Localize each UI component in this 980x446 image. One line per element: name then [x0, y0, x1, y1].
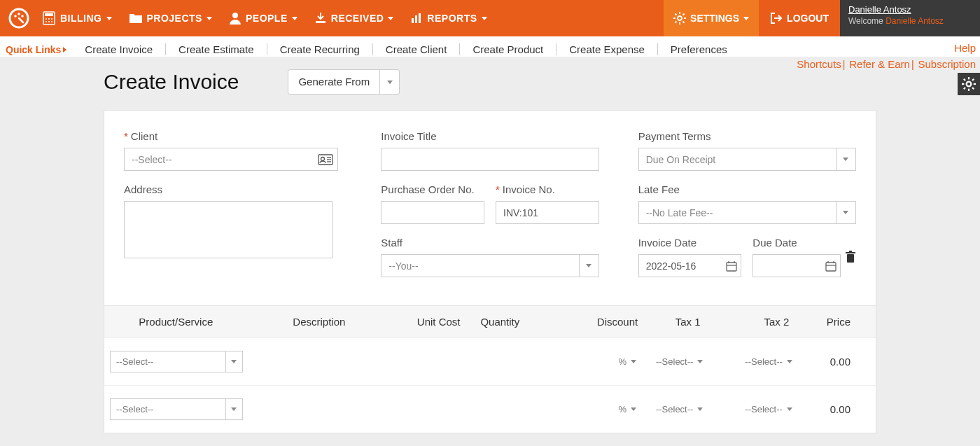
svg-rect-43 — [826, 263, 836, 271]
svg-rect-5 — [45, 13, 53, 16]
ql-create-invoice[interactable]: Create Invoice — [72, 43, 166, 55]
payment-terms-select[interactable]: Due On Receipt — [638, 148, 856, 171]
field-payment-terms: Payment Terms Due On Receipt — [638, 130, 856, 171]
ql-create-estimate[interactable]: Create Estimate — [166, 43, 267, 55]
help-row2: Shortcuts| Refer & Earn| Subscription — [797, 58, 976, 70]
logo-icon[interactable] — [7, 6, 31, 30]
placeholder-text: --Select-- — [656, 356, 693, 367]
ql-create-product[interactable]: Create Product — [460, 43, 556, 55]
generate-from-dropdown[interactable]: Generate From — [288, 69, 400, 95]
folder-icon — [129, 12, 143, 25]
tax2-select[interactable]: --Select-- — [741, 404, 818, 414]
nav-people[interactable]: PEOPLE — [220, 0, 306, 36]
quick-links-bar: Quick Links Create Invoice Create Estima… — [0, 36, 980, 57]
download-icon — [314, 12, 327, 25]
discount-unit-select[interactable]: % — [614, 404, 640, 414]
person-icon — [229, 12, 241, 25]
nav-reports[interactable]: REPORTS — [402, 0, 495, 36]
selected-text: --You-- — [388, 260, 418, 272]
chevron-down-icon — [482, 17, 487, 20]
side-gear-tab[interactable] — [958, 73, 980, 95]
separator: | — [911, 59, 914, 70]
label-text: Invoice No. — [503, 183, 555, 195]
subscription-link[interactable]: Subscription — [918, 58, 976, 70]
quick-links-label[interactable]: Quick Links — [6, 44, 66, 55]
chevron-down-icon — [631, 360, 636, 363]
payment-terms-label: Payment Terms — [638, 130, 856, 142]
product-select[interactable]: --Select-- — [110, 398, 243, 420]
unit-text: % — [618, 404, 626, 414]
chevron-down-icon — [225, 351, 242, 372]
selected-text: --No Late Fee-- — [646, 207, 713, 218]
invoice-title-label: Invoice Title — [381, 130, 598, 142]
chevron-down-icon — [697, 407, 703, 411]
nav-received[interactable]: RECEIVED — [306, 0, 402, 36]
calendar-icon[interactable] — [726, 260, 737, 272]
svg-point-25 — [967, 82, 972, 87]
tax1-select[interactable]: --Select-- — [652, 356, 729, 367]
h-tax2: Tax 2 — [732, 316, 821, 328]
placeholder-text: --Select-- — [116, 404, 153, 414]
svg-point-35 — [321, 157, 325, 160]
ql-create-recurring[interactable]: Create Recurring — [267, 43, 373, 55]
nav-logout[interactable]: LOGOUT — [759, 0, 840, 36]
help-links: Help Shortcuts| Refer & Earn| Subscripti… — [797, 42, 976, 70]
placeholder-text: --Select-- — [656, 404, 693, 414]
col-terms: Payment Terms Due On Receipt Late Fee --… — [638, 130, 856, 290]
price-value: 0.00 — [830, 403, 850, 415]
h-quantity: Quantity — [466, 316, 535, 328]
field-staff: Staff --You-- — [381, 237, 598, 277]
tax2-select[interactable]: --Select-- — [741, 356, 818, 367]
invoice-title-input[interactable] — [381, 148, 598, 171]
user-name-link[interactable]: Danielle Antosz — [848, 4, 967, 15]
late-fee-select[interactable]: --No Late Fee-- — [638, 201, 856, 224]
ql-create-client[interactable]: Create Client — [373, 43, 461, 55]
placeholder-text: --Select-- — [745, 404, 782, 414]
calendar-icon[interactable] — [825, 260, 836, 272]
welcome-name: Danielle Antosz — [886, 16, 944, 26]
svg-point-1 — [14, 15, 17, 18]
chevron-down-icon — [225, 399, 242, 419]
nav-settings[interactable]: SETTINGS — [664, 0, 759, 36]
field-due-date-wrap: Due Date — [752, 237, 856, 277]
gear-icon — [962, 77, 976, 91]
ql-create-expense[interactable]: Create Expense — [556, 43, 658, 55]
items-header: Product/Service Description Unit Cost Qu… — [104, 305, 876, 337]
tax1-select[interactable]: --Select-- — [652, 404, 729, 414]
due-date-label: Due Date — [752, 237, 841, 249]
svg-line-31 — [972, 88, 974, 89]
nav-right: SETTINGS LOGOUT Danielle Antosz Welcome … — [664, 0, 980, 36]
help-link[interactable]: Help — [954, 42, 976, 54]
row-dates: Invoice Date Due Date — [638, 237, 856, 277]
nav-billing[interactable]: BILLING — [34, 0, 120, 36]
chevron-down-icon — [787, 407, 792, 411]
client-select[interactable]: --Select-- — [124, 148, 338, 171]
field-invoice-date: Invoice Date — [638, 237, 742, 277]
h-tax1: Tax 1 — [643, 316, 732, 328]
required-marker: * — [496, 183, 500, 195]
row-po-invno: Purchase Order No. *Invoice No. — [381, 183, 598, 224]
product-select[interactable]: --Select-- — [110, 351, 243, 372]
late-fee-label: Late Fee — [638, 183, 856, 195]
chart-icon — [410, 12, 423, 25]
nav-projects[interactable]: PROJECTS — [120, 0, 220, 36]
ql-preferences[interactable]: Preferences — [658, 43, 740, 55]
discount-unit-select[interactable]: % — [614, 356, 640, 367]
item-row: --Select-- % --Select-- --Select-- 0.00 — [104, 385, 876, 433]
po-input[interactable] — [381, 201, 484, 224]
staff-label: Staff — [381, 237, 598, 249]
shortcuts-link[interactable]: Shortcuts — [797, 58, 841, 70]
invoice-no-input[interactable] — [496, 201, 599, 224]
field-invoice-title: Invoice Title — [381, 130, 598, 171]
svg-rect-14 — [412, 18, 414, 23]
staff-select[interactable]: --You-- — [381, 254, 598, 277]
h-description: Description — [248, 316, 391, 328]
calculator-icon — [42, 11, 56, 25]
address-textarea[interactable] — [124, 201, 332, 258]
refer-link[interactable]: Refer & Earn — [849, 58, 910, 70]
welcome-prefix: Welcome — [848, 16, 886, 26]
col-invoice: Invoice Title Purchase Order No. *Invoic… — [381, 130, 598, 290]
nav-label: RECEIVED — [331, 13, 384, 24]
svg-point-3 — [21, 15, 24, 18]
clear-due-date-button[interactable] — [845, 251, 856, 263]
